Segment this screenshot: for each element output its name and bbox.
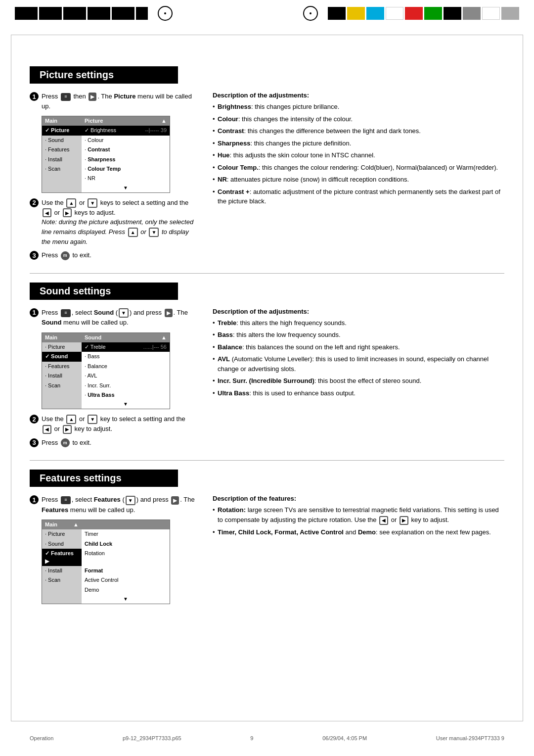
feat-menu-main-header: Main ▲ (42, 520, 82, 529)
sound-right-icon: ▶ (63, 425, 72, 434)
sound-desc-title: Description of the adjustments: (213, 308, 504, 315)
picture-step2-text: Use the ▲ or ▼ keys to select a setting … (42, 198, 198, 247)
sound-menu-empty (42, 390, 82, 400)
sound-up-icon: ▲ (66, 415, 76, 424)
sound-step2-num: 2 (30, 415, 39, 424)
sound-step1-text: Press ≡, select Sound (▼) and press ▶. T… (42, 308, 198, 328)
exit-icon: m (61, 251, 70, 260)
crosshair-right (303, 6, 318, 21)
feat-arrow-left (42, 595, 82, 604)
sound-menu-ultra: · Ultra Bass (82, 390, 170, 400)
menu-features-item: · Features (42, 145, 82, 154)
black-block (15, 7, 38, 20)
down-icon: ▼ (88, 198, 97, 208)
footer-filename: p9-12_2934PT7333.p65 (123, 735, 181, 741)
features-menu-icon: ≡ (61, 496, 71, 504)
sound-down-icon: ▼ (119, 308, 129, 318)
color-block-gray (463, 7, 481, 20)
sound-menu-main-header: Main (42, 333, 82, 342)
feat-menu-install: · Install (42, 566, 82, 575)
sound-exit-icon: m (61, 438, 70, 447)
main-content: Picture settings 1 Press ≡ then ▶. The P… (0, 27, 534, 654)
color-block-black2 (444, 7, 461, 20)
black-block (39, 7, 62, 20)
footer-usermanual: User manual-2934PT7333 9 (436, 735, 504, 741)
desc-item-brightness: Brightness: this changes picture brillan… (213, 102, 504, 112)
left-icon: ◀ (43, 208, 51, 217)
step1-num: 1 (30, 92, 39, 101)
desc-item-sharpness: Sharpness: this changes the picture defi… (213, 139, 504, 148)
sound-step3: 3 Press m to exit. (30, 438, 198, 448)
features-settings-body: 1 Press ≡, select Features (▼) and press… (30, 495, 504, 609)
desc-item-colour: Colour: this changes the intensity of th… (213, 114, 504, 124)
right-arrow-btn: ▶ (89, 93, 96, 101)
menu-colour-item: · Colour (82, 136, 170, 145)
sound-right-btn: ▶ (165, 309, 173, 317)
rot-right-icon: ▶ (400, 516, 408, 525)
feat-arrow-down: ▼ (82, 595, 170, 604)
sound-step2: 2 Use the ▲ or ▼ key to select a setting… (30, 414, 198, 434)
top-strip (0, 0, 534, 27)
desc-timer: Timer, Child Lock, Format, Active Contro… (213, 527, 504, 537)
sound-step1: 1 Press ≡, select Sound (▼) and press ▶.… (30, 308, 198, 328)
sound-menu-treble: ✓ Treble ......|--- 56 (82, 342, 170, 352)
desc-avl: AVL (Automatic Volume Leveller): this is… (213, 354, 504, 374)
menu-sharpness-item: · Sharpness (82, 155, 170, 164)
sound-menu-features: · Features (42, 362, 82, 371)
black-block-small (136, 7, 148, 20)
black-block (112, 7, 134, 20)
sound-menu-install: · Install (42, 371, 82, 380)
color-block-white2 (482, 7, 500, 20)
black-squares (15, 7, 148, 20)
desc-item-hue: Hue: this adjusts the skin colour tone i… (213, 150, 504, 160)
features-desc-list: Rotation: large screen TVs are sensitive… (213, 505, 504, 537)
menu-arrow-down: ▼ (82, 184, 170, 192)
sound-menu-picture: · Picture (42, 342, 82, 352)
menu-picture-header: Picture ▲ (82, 116, 170, 126)
desc-treble: Treble: this alters the high frequency s… (213, 318, 504, 328)
picture-settings-section: Picture settings 1 Press ≡ then ▶. The P… (30, 66, 504, 264)
features-right-btn: ▶ (171, 496, 179, 505)
features-down-icon: ▼ (126, 496, 135, 505)
sound-desc-list: Treble: this alters the high frequency s… (213, 318, 504, 398)
color-block-cyan (366, 7, 384, 20)
color-block-white (386, 7, 403, 20)
feat-menu-scan: · Scan (42, 575, 82, 585)
sound-menu-scan: · Scan (42, 381, 82, 390)
feat-menu-demo: Demo (82, 585, 170, 595)
picture-settings-right: Description of the adjustments: Brightne… (213, 92, 504, 264)
desc-bass: Bass: this alters the low frequency soun… (213, 330, 504, 340)
sound-menu-avl: · AVL (82, 371, 170, 380)
sound-step3-text: Press m to exit. (42, 438, 91, 448)
desc-incr-surr: Incr. Surr. (Incredible Surround): this … (213, 376, 504, 386)
sound-step1-num: 1 (30, 308, 39, 317)
sound-menu-bass: · Bass (82, 352, 170, 361)
sound-menu-sound-header: Sound ▲ (82, 333, 170, 342)
sound-arrow-left (42, 400, 82, 409)
picture-desc-title: Description of the adjustments: (213, 92, 504, 99)
sound-step3-num: 3 (30, 438, 39, 447)
feat-menu-picture: · Picture (42, 529, 82, 539)
features-step1-num: 1 (30, 495, 39, 504)
picture-settings-left: 1 Press ≡ then ▶. The Picture menu will … (30, 92, 198, 264)
color-block-red (405, 7, 423, 20)
crosshair-left (158, 6, 173, 21)
up-icon: ▲ (66, 198, 76, 208)
desc-rotation: Rotation: large screen TVs are sensitive… (213, 505, 504, 524)
feat-menu-rotation: Rotation (82, 549, 170, 566)
color-block-black (328, 7, 346, 20)
sound-left-icon: ◀ (43, 425, 51, 434)
menu-arrow-left (42, 184, 82, 192)
picture-step3: 3 Press m to exit. (30, 250, 198, 260)
desc-ultra-bass: Ultra Bass: this is used to enhance bass… (213, 388, 504, 398)
feat-menu-empty (42, 585, 82, 595)
menu-nr-item: · NR (82, 174, 170, 183)
sound-settings-right: Description of the adjustments: Treble: … (213, 308, 504, 451)
feat-menu-features: ✓ Features ▶ (42, 549, 82, 566)
picture-settings-title: Picture settings (30, 66, 178, 84)
desc-item-colourtemp: Colour Temp.: this changes the colour re… (213, 163, 504, 173)
picture-step3-text: Press m to exit. (42, 250, 91, 260)
menu-brightness-item: ✓ Brightness --|----- 39 (82, 126, 170, 135)
down-icon2: ▼ (149, 228, 159, 237)
footer-page-center: 9 (250, 735, 253, 741)
